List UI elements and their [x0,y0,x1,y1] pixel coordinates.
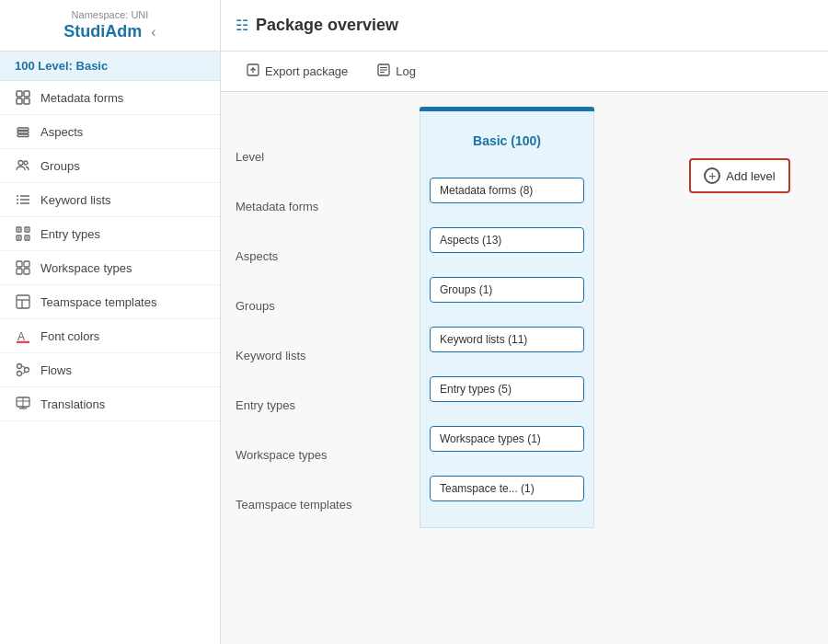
grid-icon [15,89,31,106]
svg-rect-5 [17,132,29,134]
template-icon [15,293,31,310]
sidebar-item-entry-types[interactable]: Entry types [0,217,220,251]
sidebar-item-label: Metadata forms [40,91,123,105]
qr-icon [15,225,31,242]
svg-rect-26 [24,269,29,274]
row-label-aspects: Aspects [236,236,420,276]
log-icon [377,63,390,79]
page-title: Package overview [256,16,398,35]
sidebar-item-label: Groups [40,159,80,173]
log-button[interactable]: Log [366,58,427,85]
level-metadata-forms-badge[interactable]: Metadata forms (8) [430,178,584,203]
sidebar-item-font-colors[interactable]: A Font colors [0,319,220,353]
translations-icon [15,396,31,412]
people-icon [15,157,31,174]
svg-rect-2 [17,98,22,104]
svg-rect-19 [18,229,20,231]
layers-icon [15,123,31,140]
sidebar-item-groups[interactable]: Groups [0,149,220,183]
font-icon: A [15,328,31,344]
svg-rect-3 [24,98,29,104]
toolbar: Export package Log [221,52,828,92]
collapse-sidebar-button[interactable]: ‹ [151,24,155,40]
level-basic-column: Basic (100) Metadata forms (8) Aspects (… [420,107,594,534]
sidebar-item-metadata-forms[interactable]: Metadata forms [0,81,220,115]
list-icon [15,191,31,208]
row-label-groups: Groups [236,285,420,326]
svg-point-32 [17,364,22,369]
row-label-teamspace-templates: Teamspace templates [236,484,420,524]
row-label-workspace-types: Workspace types [236,434,420,475]
sidebar-item-label: Flows [40,363,72,377]
add-level-button[interactable]: + Add level [689,158,789,193]
svg-point-34 [17,372,22,376]
sidebar-level-item[interactable]: 100 Level: Basic [0,52,220,81]
svg-rect-1 [24,91,29,97]
sidebar-item-label: Translations [40,397,105,411]
level-entry-types-badge[interactable]: Entry types (5) [430,376,584,402]
namespace-label: Namespace: UNI [72,9,149,20]
package-labels-column: Level Metadata forms Aspects Groups Keyw… [236,107,420,534]
sidebar-item-teamspace-templates[interactable]: Teamspace templates [0,285,220,319]
row-label-keyword-lists: Keyword lists [236,335,420,375]
level-name-badge: Basic (100) [473,133,541,148]
export-icon [247,63,259,79]
sidebar-item-label: Entry types [40,227,100,241]
svg-rect-21 [18,237,20,239]
svg-rect-23 [17,261,22,267]
row-label-level: Level [236,136,420,177]
sidebar-item-label: Keyword lists [40,193,111,207]
svg-point-7 [18,161,23,166]
svg-rect-22 [27,237,29,239]
level-teamspace-templates-badge[interactable]: Teamspace te... (1) [430,476,584,501]
export-package-label: Export package [265,64,348,78]
svg-point-8 [24,161,28,165]
square-grid-icon [15,259,31,276]
export-package-button[interactable]: Export package [236,58,359,85]
level-workspace-types-badge[interactable]: Workspace types (1) [430,426,584,452]
app-title: StudiAdm [63,22,142,41]
add-level-label: Add level [726,169,775,183]
sidebar-item-workspace-types[interactable]: Workspace types [0,251,220,285]
svg-rect-6 [17,134,29,137]
page-title-icon: ☷ [236,17,248,34]
sidebar-item-label: Font colors [40,329,99,343]
svg-rect-27 [17,295,29,308]
row-label-metadata-forms: Metadata forms [236,186,420,226]
svg-rect-4 [17,128,29,131]
sidebar-item-label: Teamspace templates [40,295,156,309]
svg-rect-20 [27,229,29,231]
row-label-entry-types: Entry types [236,385,420,425]
level-groups-badge[interactable]: Groups (1) [430,277,584,303]
sidebar-item-translations[interactable]: Translations [0,387,220,421]
add-level-area: + Add level [666,107,813,534]
flows-icon [15,362,31,378]
package-levels-area: Basic (100) Metadata forms (8) Aspects (… [420,107,666,534]
sidebar-item-keyword-lists[interactable]: Keyword lists [0,183,220,217]
level-keyword-lists-badge[interactable]: Keyword lists (11) [430,327,584,352]
svg-rect-25 [17,269,22,274]
sidebar-item-flows[interactable]: Flows [0,353,220,387]
svg-rect-24 [24,261,29,267]
sidebar-item-aspects[interactable]: Aspects [0,115,220,149]
sidebar-item-label: Workspace types [40,261,132,275]
log-label: Log [396,64,416,78]
circle-plus-icon: + [704,167,720,184]
sidebar-item-label: Aspects [40,125,83,139]
level-aspects-badge[interactable]: Aspects (13) [430,227,584,253]
svg-rect-0 [17,91,22,97]
